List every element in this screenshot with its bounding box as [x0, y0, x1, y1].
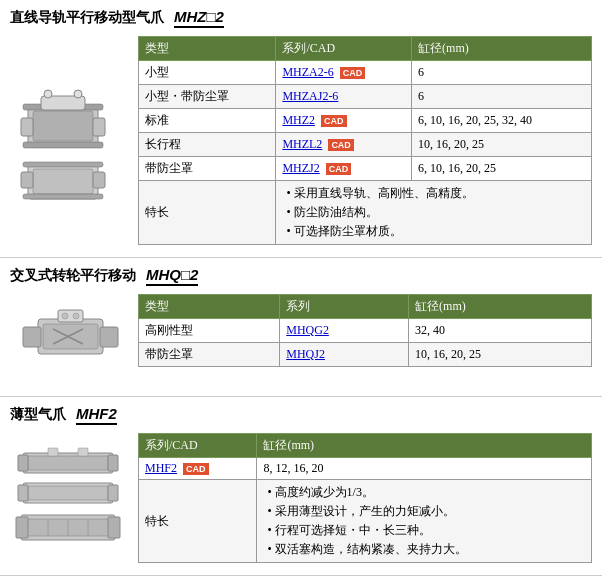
- mhf-th-bore: 缸径(mm): [257, 434, 592, 458]
- mhz-row1-cad-badge: CAD: [340, 67, 366, 79]
- mhz-row5-series-link[interactable]: MHZJ2: [282, 161, 319, 175]
- mhf-row2-features: 高度约减少为1/3。 采用薄型设计，产生的力矩减小。 行程可选择短・中・长三种。…: [257, 480, 592, 563]
- section-mhf: 薄型气爪 MHF2: [0, 397, 602, 576]
- list-item: 采用薄型设计，产生的力矩减小。: [267, 502, 585, 521]
- mhz-row5-type: 带防尘罩: [139, 157, 276, 181]
- mhz-table: 类型 系列/CAD 缸径(mm) 小型 MHZA2-6 CAD 6: [138, 36, 592, 245]
- mhf-row1-bore: 8, 12, 16, 20: [257, 458, 592, 480]
- list-item: 防尘防油结构。: [286, 203, 585, 222]
- section-mhf-table-wrap: 系列/CAD 缸径(mm) MHF2 CAD 8, 12, 16, 20 特长: [138, 433, 592, 563]
- table-row: 小型・带防尘罩 MHZAJ2-6 6: [139, 85, 592, 109]
- svg-rect-13: [21, 172, 33, 188]
- section-mhf-title-cn: 薄型气爪: [10, 406, 66, 424]
- section-mhz-header: 直线导轨平行移动型气爪 MHZ□2: [10, 8, 592, 28]
- svg-point-7: [44, 90, 52, 98]
- svg-rect-20: [100, 327, 118, 347]
- mhq-row2-type: 带防尘罩: [139, 343, 280, 367]
- svg-rect-36: [16, 517, 28, 538]
- mhf-feature-list: 高度约减少为1/3。 采用薄型设计，产生的力矩减小。 行程可选择短・中・长三种。…: [263, 483, 585, 559]
- mhz-row1-bore: 6: [412, 61, 592, 85]
- mhq-row1-series-link[interactable]: MHQG2: [286, 323, 329, 337]
- mhz-row3-series: MHZ2 CAD: [276, 109, 412, 133]
- section-mhf-title-en: MHF2: [76, 405, 117, 425]
- mhq-th-series: 系列: [280, 295, 409, 319]
- table-row: 带防尘罩 MHQJ2 10, 16, 20, 25: [139, 343, 592, 367]
- mhf-product-svg: [13, 443, 128, 553]
- section-mhf-header: 薄型气爪 MHF2: [10, 405, 592, 425]
- mhq-row1-bore: 32, 40: [409, 319, 592, 343]
- mhz-row3-series-link[interactable]: MHZ2: [282, 113, 315, 127]
- mhz-row1-type: 小型: [139, 61, 276, 85]
- mhz-feature-list: 采用直线导轨、高刚性、高精度。 防尘防油结构。 可选择防尘罩材质。: [282, 184, 585, 241]
- section-mhz-image: [10, 36, 130, 245]
- mhq-row2-series-link[interactable]: MHQJ2: [286, 347, 325, 361]
- list-item: 行程可选择短・中・长三种。: [267, 521, 585, 540]
- svg-point-23: [73, 313, 79, 319]
- list-item: 可选择防尘罩材质。: [286, 222, 585, 241]
- svg-rect-29: [78, 448, 88, 456]
- mhz-row3-bore: 6, 10, 16, 20, 25, 32, 40: [412, 109, 592, 133]
- section-mhq-title-cn: 交叉式转轮平行移动: [10, 267, 136, 285]
- mhf-row1-series: MHF2 CAD: [139, 458, 257, 480]
- mhz-row5-bore: 6, 10, 16, 20, 25: [412, 157, 592, 181]
- svg-rect-3: [23, 142, 103, 148]
- mhz-row3-cad-badge: CAD: [321, 115, 347, 127]
- section-mhz-table-wrap: 类型 系列/CAD 缸径(mm) 小型 MHZA2-6 CAD 6: [138, 36, 592, 245]
- svg-rect-37: [108, 517, 120, 538]
- table-row: 标准 MHZ2 CAD 6, 10, 16, 20, 25, 32, 40: [139, 109, 592, 133]
- mhf-th-series: 系列/CAD: [139, 434, 257, 458]
- mhz-row5-series: MHZJ2 CAD: [276, 157, 412, 181]
- table-row: 特长 高度约减少为1/3。 采用薄型设计，产生的力矩减小。 行程可选择短・中・长…: [139, 480, 592, 563]
- table-row: MHF2 CAD 8, 12, 16, 20: [139, 458, 592, 480]
- svg-rect-10: [33, 169, 93, 194]
- svg-rect-11: [23, 162, 103, 167]
- mhz-row4-cad-badge: CAD: [328, 139, 354, 151]
- svg-rect-6: [93, 118, 105, 136]
- mhf-row2-type: 特长: [139, 480, 257, 563]
- mhz-th-type: 类型: [139, 37, 276, 61]
- mhz-row1-series: MHZA2-6 CAD: [276, 61, 412, 85]
- mhz-row1-series-link[interactable]: MHZA2-6: [282, 65, 333, 79]
- mhz-row4-series-link[interactable]: MHZL2: [282, 137, 322, 151]
- mhz-row4-bore: 10, 16, 20, 25: [412, 133, 592, 157]
- mhq-row2-series: MHQJ2: [280, 343, 409, 367]
- mhz-row5-cad-badge: CAD: [326, 163, 352, 175]
- svg-rect-5: [21, 118, 33, 136]
- section-mhz-body: 类型 系列/CAD 缸径(mm) 小型 MHZA2-6 CAD 6: [10, 36, 592, 245]
- section-mhz: 直线导轨平行移动型气爪 MHZ□2: [0, 0, 602, 258]
- svg-rect-12: [23, 194, 103, 199]
- section-mhq-header: 交叉式转轮平行移动 MHQ□2: [10, 266, 592, 286]
- section-mhq-image: [10, 294, 130, 384]
- svg-rect-27: [108, 455, 118, 471]
- mhz-product-svg: [13, 76, 128, 206]
- mhz-row6-type: 特长: [139, 181, 276, 245]
- section-mhf-image: [10, 433, 130, 563]
- table-row: 高刚性型 MHQG2 32, 40: [139, 319, 592, 343]
- svg-rect-26: [18, 455, 28, 471]
- section-mhq: 交叉式转轮平行移动 MHQ□2: [0, 258, 602, 397]
- mhz-row3-type: 标准: [139, 109, 276, 133]
- section-mhq-table-wrap: 类型 系列 缸径(mm) 高刚性型 MHQG2 32, 40 带防尘罩: [138, 294, 592, 384]
- svg-rect-28: [48, 448, 58, 456]
- mhz-row2-type: 小型・带防尘罩: [139, 85, 276, 109]
- section-mhq-body: 类型 系列 缸径(mm) 高刚性型 MHQG2 32, 40 带防尘罩: [10, 294, 592, 384]
- table-row: 特长 采用直线导轨、高刚性、高精度。 防尘防油结构。 可选择防尘罩材质。: [139, 181, 592, 245]
- section-mhz-title-en: MHZ□2: [174, 8, 224, 28]
- list-item: 高度约减少为1/3。: [267, 483, 585, 502]
- mhq-row2-bore: 10, 16, 20, 25: [409, 343, 592, 367]
- svg-rect-25: [28, 456, 108, 470]
- mhz-th-series: 系列/CAD: [276, 37, 412, 61]
- section-mhq-title-en: MHQ□2: [146, 266, 198, 286]
- mhz-row2-series-link[interactable]: MHZAJ2-6: [282, 89, 338, 103]
- mhz-row4-series: MHZL2 CAD: [276, 133, 412, 157]
- mhf-table: 系列/CAD 缸径(mm) MHF2 CAD 8, 12, 16, 20 特长: [138, 433, 592, 563]
- table-row: 带防尘罩 MHZJ2 CAD 6, 10, 16, 20, 25: [139, 157, 592, 181]
- mhq-row1-type: 高刚性型: [139, 319, 280, 343]
- section-mhf-body: 系列/CAD 缸径(mm) MHF2 CAD 8, 12, 16, 20 特长: [10, 433, 592, 563]
- mhf-row1-series-link[interactable]: MHF2: [145, 461, 177, 475]
- table-row: 长行程 MHZL2 CAD 10, 16, 20, 25: [139, 133, 592, 157]
- mhz-th-bore: 缸径(mm): [412, 37, 592, 61]
- mhz-row6-features: 采用直线导轨、高刚性、高精度。 防尘防油结构。 可选择防尘罩材质。: [276, 181, 592, 245]
- section-mhz-title-cn: 直线导轨平行移动型气爪: [10, 9, 164, 27]
- svg-rect-14: [93, 172, 105, 188]
